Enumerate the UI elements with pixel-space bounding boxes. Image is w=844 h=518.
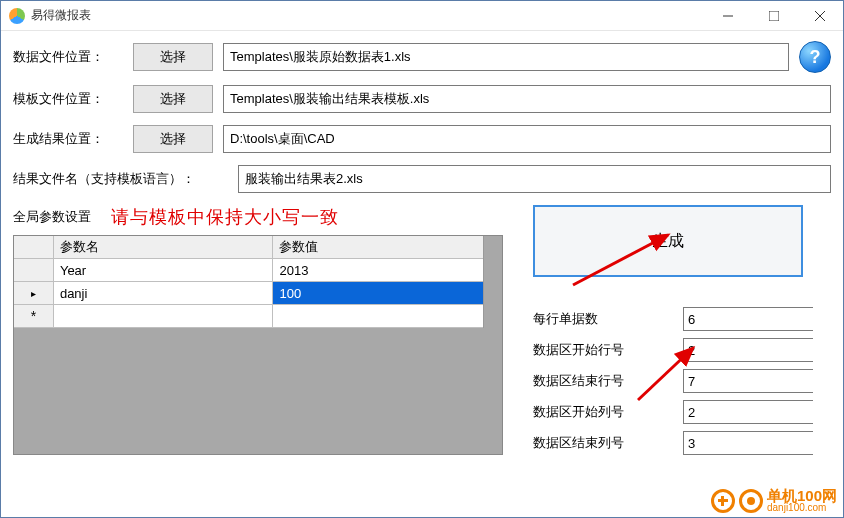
- app-icon: [9, 8, 25, 24]
- spinner-input[interactable]: [684, 308, 844, 330]
- spinner-label: 数据区结束行号: [533, 372, 683, 390]
- spinner-label: 数据区结束列号: [533, 434, 683, 452]
- data-file-input[interactable]: [223, 43, 789, 71]
- spinner-input[interactable]: [684, 432, 844, 454]
- data-file-label: 数据文件位置：: [13, 48, 133, 66]
- param-value-cell[interactable]: 100: [273, 282, 483, 304]
- case-sensitive-note: 请与模板中保持大小写一致: [111, 205, 339, 229]
- grid-row-indicator: [14, 259, 54, 281]
- spinner[interactable]: ▲▼: [683, 307, 813, 331]
- table-row[interactable]: Year2013: [14, 259, 483, 282]
- template-file-label: 模板文件位置：: [13, 90, 133, 108]
- window-title: 易得微报表: [31, 7, 91, 24]
- param-value-cell[interactable]: 2013: [273, 259, 483, 281]
- output-name-input[interactable]: [238, 165, 831, 193]
- spinner[interactable]: ▲▼: [683, 338, 813, 362]
- svg-rect-1: [769, 11, 779, 21]
- choose-output-loc-button[interactable]: 选择: [133, 125, 213, 153]
- watermark-plus-icon: [711, 489, 735, 513]
- grid-row-header: [14, 236, 54, 258]
- table-row[interactable]: danji100: [14, 282, 483, 305]
- param-name-cell[interactable]: danji: [54, 282, 274, 304]
- grid-col-name: 参数名: [54, 236, 274, 258]
- minimize-button[interactable]: [705, 1, 751, 31]
- choose-template-file-button[interactable]: 选择: [133, 85, 213, 113]
- spinner-label: 数据区开始列号: [533, 403, 683, 421]
- watermark-dot-icon: [739, 489, 763, 513]
- spinner-label: 每行单据数: [533, 310, 683, 328]
- param-name-cell[interactable]: Year: [54, 259, 274, 281]
- output-name-label: 结果文件名（支持模板语言）：: [13, 170, 238, 188]
- close-button[interactable]: [797, 1, 843, 31]
- window-controls: [705, 1, 843, 31]
- table-row-new[interactable]: [14, 305, 483, 328]
- titlebar: 易得微报表: [1, 1, 843, 31]
- generate-button[interactable]: 生成: [533, 205, 803, 277]
- output-loc-label: 生成结果位置：: [13, 130, 133, 148]
- spinner-label: 数据区开始行号: [533, 341, 683, 359]
- help-icon[interactable]: ?: [799, 41, 831, 73]
- watermark-url: danji100.com: [767, 503, 837, 513]
- choose-data-file-button[interactable]: 选择: [133, 43, 213, 71]
- maximize-button[interactable]: [751, 1, 797, 31]
- spinner-input[interactable]: [684, 401, 844, 423]
- grid-row-indicator: [14, 305, 54, 327]
- spinner[interactable]: ▲▼: [683, 369, 813, 393]
- param-name-cell[interactable]: [54, 305, 274, 327]
- grid-col-value: 参数值: [273, 236, 483, 258]
- params-grid[interactable]: 参数名参数值Year2013danji100: [13, 235, 503, 455]
- global-params-label: 全局参数设置: [13, 208, 91, 226]
- output-loc-input[interactable]: [223, 125, 831, 153]
- spinner[interactable]: ▲▼: [683, 400, 813, 424]
- template-file-input[interactable]: [223, 85, 831, 113]
- watermark: 单机100网 danji100.com: [711, 488, 837, 513]
- spinner-input[interactable]: [684, 339, 844, 361]
- grid-row-indicator: [14, 282, 54, 304]
- watermark-title: 单机100网: [767, 488, 837, 503]
- param-value-cell[interactable]: [273, 305, 483, 327]
- spinner[interactable]: ▲▼: [683, 431, 813, 455]
- spinner-input[interactable]: [684, 370, 844, 392]
